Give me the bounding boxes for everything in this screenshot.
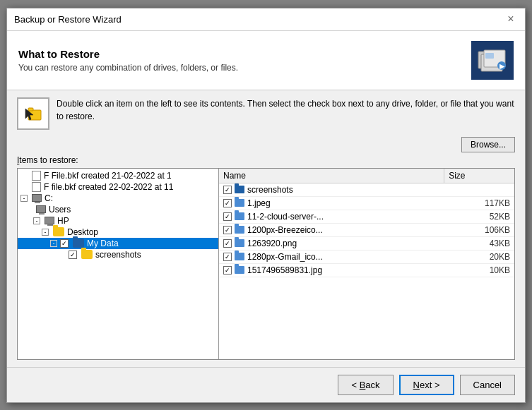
file-checkbox[interactable]: [223, 253, 232, 261]
page-title: What to Restore: [18, 48, 464, 60]
tree-item-label: My Data: [87, 239, 119, 248]
folder-icon: [235, 239, 244, 247]
body-section: Double click an item on the left to see …: [7, 90, 525, 367]
footer: < Back Next > Cancel: [7, 367, 525, 402]
file-checkbox[interactable]: [223, 266, 232, 275]
expand-placeholder: [20, 183, 28, 191]
folder-icon: [235, 212, 244, 220]
file-name: screenshots: [247, 185, 293, 195]
tree-item[interactable]: F File.bkf created 21-02-2022 at 1: [18, 170, 218, 181]
file-checkbox[interactable]: [223, 239, 232, 248]
items-label: Items to restore:: [17, 155, 515, 165]
file-name: 1517496589831.jpg: [247, 265, 322, 275]
back-underline: B: [360, 380, 366, 390]
cancel-button[interactable]: Cancel: [460, 375, 515, 395]
tree-item-label: Users: [49, 205, 71, 215]
close-button[interactable]: ×: [504, 12, 518, 26]
file-name-cell: 1200px-Breezeico...: [219, 223, 444, 236]
file-name-cell: 1263920.png: [219, 236, 444, 250]
backup-restore-dialog: Backup or Restore Wizard × What to Resto…: [6, 8, 526, 403]
browse-button[interactable]: Browse...: [461, 137, 515, 152]
wizard-icon: ▶: [471, 41, 514, 80]
folder-icon: [235, 199, 244, 207]
table-row[interactable]: screenshots: [219, 183, 514, 196]
table-header-row: Name Size: [219, 169, 514, 183]
dialog-title: Backup or Restore Wizard: [14, 14, 122, 25]
instruction-row: Double click an item on the left to see …: [17, 97, 515, 130]
col-name: Name: [219, 169, 444, 183]
file-table: Name Size screenshots1.jpeg117KB11-2-clo…: [219, 169, 514, 277]
file-size-cell: 52KB: [444, 210, 514, 223]
file-size-cell: 117KB: [444, 196, 514, 210]
folder-icon: [235, 253, 244, 260]
table-row[interactable]: 11-2-cloud-server-...52KB: [219, 210, 514, 223]
table-row[interactable]: 1.jpeg117KB: [219, 196, 514, 210]
instruction-text: Double click an item on the left to see …: [57, 97, 515, 123]
expand-button[interactable]: -: [20, 195, 28, 202]
svg-text:▶: ▶: [500, 63, 505, 70]
back-button[interactable]: < Back: [338, 375, 393, 395]
tree-checkbox[interactable]: [60, 239, 69, 248]
file-name-cell: 1.jpeg: [219, 196, 444, 210]
tree-item[interactable]: - C:: [18, 193, 218, 204]
tree-item[interactable]: Users: [18, 204, 218, 215]
next-underline: N: [413, 380, 420, 390]
file-name-cell: screenshots: [219, 183, 444, 196]
table-row[interactable]: 1280px-Gmail_ico...20KB: [219, 250, 514, 263]
tree-item[interactable]: screenshots: [18, 249, 218, 260]
folder-icon: [81, 250, 93, 259]
table-row[interactable]: 1200px-Breezeico...106KB: [219, 223, 514, 236]
file-row-name: 11-2-cloud-server-...: [223, 212, 440, 222]
file-checkbox[interactable]: [223, 186, 232, 194]
col-size: Size: [444, 169, 514, 183]
file-name: 11-2-cloud-server-...: [247, 212, 324, 222]
expand-button[interactable]: -: [42, 229, 49, 236]
file-row-name: 1200px-Breezeico...: [223, 225, 440, 235]
file-size-cell: 106KB: [444, 223, 514, 236]
tree-item[interactable]: F file.bkf created 22-02-2022 at 11: [18, 181, 218, 193]
file-checkbox[interactable]: [223, 226, 232, 234]
table-row[interactable]: 1263920.png43KB: [219, 236, 514, 250]
tree-item[interactable]: - Desktop: [18, 227, 218, 238]
file-name: 1280px-Gmail_ico...: [247, 252, 323, 262]
computer-icon: [36, 205, 46, 213]
header-text-block: What to Restore You can restore any comb…: [18, 48, 464, 73]
tree-item-selected[interactable]: - My Data: [18, 238, 218, 249]
tree-item-label: F File.bkf created 21-02-2022 at 1: [44, 171, 172, 181]
instruction-icon: [17, 97, 49, 130]
file-size-cell: 43KB: [444, 236, 514, 250]
drive-icon: [32, 194, 42, 202]
file-name-cell: 1280px-Gmail_ico...: [219, 250, 444, 263]
tree-item-label: HP: [57, 216, 69, 226]
file-name-cell: 11-2-cloud-server-...: [219, 210, 444, 223]
file-name-cell: 1517496589831.jpg: [219, 263, 444, 277]
tree-panel: F File.bkf created 21-02-2022 at 1 F fil…: [18, 169, 219, 359]
expand-button[interactable]: -: [33, 217, 40, 224]
tree-item-label: C:: [45, 193, 53, 203]
file-checkbox[interactable]: [223, 212, 232, 221]
table-row[interactable]: 1517496589831.jpg10KB: [219, 263, 514, 277]
svg-rect-7: [28, 108, 33, 111]
tree-item-label: Desktop: [67, 227, 98, 237]
folder-cursor-icon: [23, 103, 44, 124]
file-size-cell: [444, 183, 514, 196]
tree-item[interactable]: - HP: [18, 215, 218, 227]
header-section: What to Restore You can restore any comb…: [7, 31, 525, 90]
next-button[interactable]: Next >: [399, 375, 454, 395]
expand-placeholder: [59, 251, 66, 258]
folder-icon: [73, 239, 84, 248]
expand-placeholder: [25, 206, 32, 213]
file-row-name: 1263920.png: [223, 239, 440, 248]
backup-icon-svg: ▶: [477, 46, 508, 74]
file-list-panel: Name Size screenshots1.jpeg117KB11-2-clo…: [219, 169, 514, 359]
header-subtitle: You can restore any combination of drive…: [18, 63, 464, 73]
title-bar: Backup or Restore Wizard ×: [7, 8, 525, 31]
file-size-cell: 20KB: [444, 250, 514, 263]
file-table-body: screenshots1.jpeg117KB11-2-cloud-server-…: [219, 183, 514, 277]
tree-item-label: screenshots: [95, 250, 141, 260]
file-name: 1263920.png: [247, 239, 297, 248]
tree-checkbox[interactable]: [69, 251, 77, 259]
file-checkbox[interactable]: [223, 199, 232, 207]
file-row-name: 1517496589831.jpg: [223, 265, 440, 275]
expand-button[interactable]: -: [50, 240, 57, 247]
